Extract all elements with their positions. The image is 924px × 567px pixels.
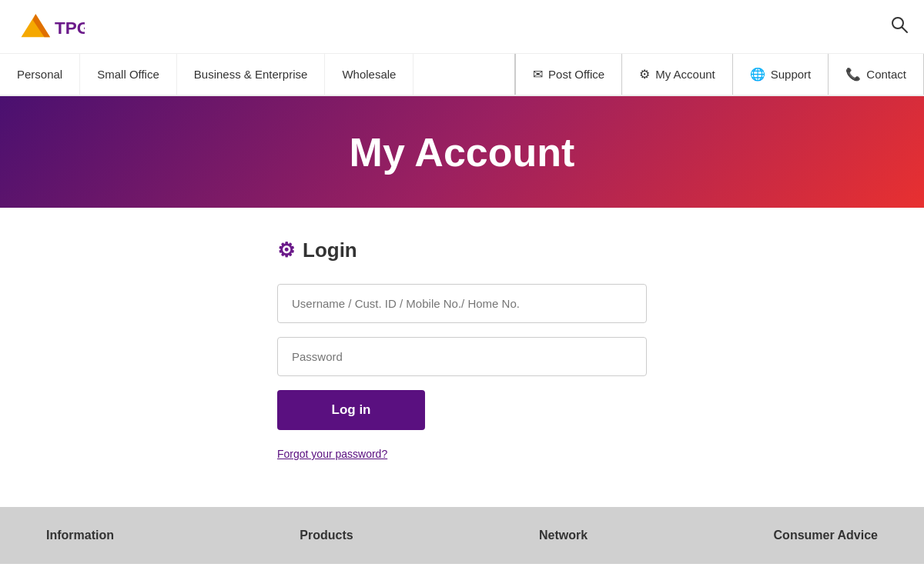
globe-icon: 🌐 xyxy=(750,67,765,82)
login-gear-icon: ⚙ xyxy=(277,238,295,262)
nav-item-post-office[interactable]: ✉ Post Office xyxy=(516,54,622,95)
footer-col-consumer-advice-title: Consumer Advice xyxy=(774,529,878,542)
main-nav: Personal Small Office Business & Enterpr… xyxy=(0,54,924,96)
nav-item-support[interactable]: 🌐 Support xyxy=(733,54,829,95)
footer-col-consumer-advice: Consumer Advice xyxy=(774,529,878,542)
svg-text:TPG: TPG xyxy=(55,18,85,38)
site-footer: Information Products Network Consumer Ad… xyxy=(0,507,924,564)
logo[interactable]: TPG xyxy=(15,8,85,46)
nav-item-contact[interactable]: 📞 Contact xyxy=(829,54,924,95)
site-header: TPG xyxy=(0,0,924,54)
footer-col-products-title: Products xyxy=(300,529,353,542)
nav-item-small-office[interactable]: Small Office xyxy=(80,54,177,95)
password-input[interactable] xyxy=(277,337,647,376)
login-box: ⚙ Login Log in Forgot your password? xyxy=(277,238,647,461)
nav-item-business-enterprise[interactable]: Business & Enterprise xyxy=(177,54,326,95)
nav-item-wholesale[interactable]: Wholesale xyxy=(325,54,413,95)
footer-col-products: Products xyxy=(300,529,353,542)
footer-col-network-title: Network xyxy=(539,529,588,542)
login-button[interactable]: Log in xyxy=(277,390,425,430)
nav-item-my-account[interactable]: ⚙ My Account xyxy=(622,54,733,95)
search-icon[interactable] xyxy=(890,15,909,38)
footer-col-network: Network xyxy=(539,529,588,542)
nav-right: ✉ Post Office ⚙ My Account 🌐 Support 📞 C… xyxy=(514,54,924,95)
login-heading: ⚙ Login xyxy=(277,238,647,262)
forgot-password-link[interactable]: Forgot your password? xyxy=(277,448,387,460)
footer-col-information: Information xyxy=(46,529,114,542)
gear-nav-icon: ⚙ xyxy=(639,67,650,82)
phone-icon: 📞 xyxy=(845,67,861,82)
nav-item-personal[interactable]: Personal xyxy=(0,54,80,95)
username-input[interactable] xyxy=(277,284,647,323)
hero-banner: My Account xyxy=(0,96,924,208)
svg-line-4 xyxy=(902,28,908,33)
mail-icon: ✉ xyxy=(533,67,543,82)
footer-col-information-title: Information xyxy=(46,529,114,542)
hero-title: My Account xyxy=(350,129,575,175)
nav-left: Personal Small Office Business & Enterpr… xyxy=(0,54,514,95)
login-section: ⚙ Login Log in Forgot your password? xyxy=(0,208,924,507)
